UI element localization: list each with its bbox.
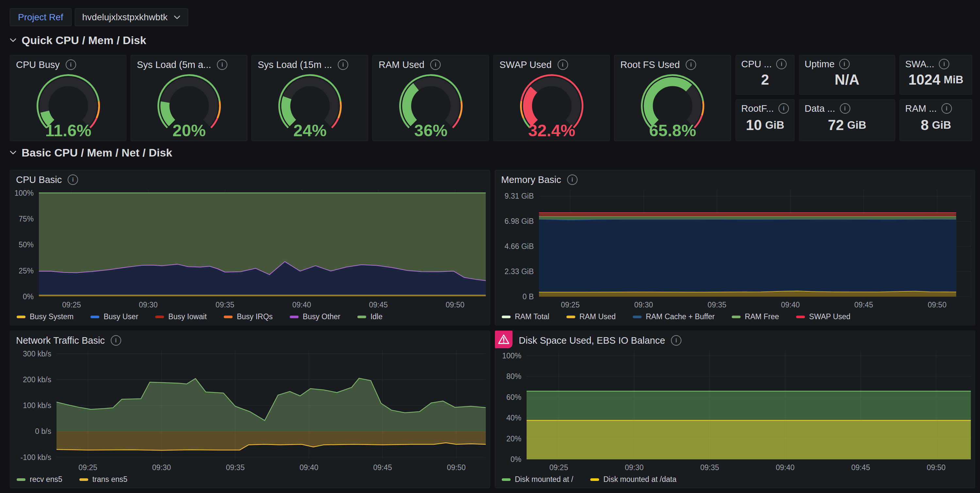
stat-value-unit: GiB (932, 119, 951, 131)
chart-panel-cpu: CPU Basici0%25%50%75%100%09:2509:3009:35… (10, 170, 490, 325)
info-icon[interactable]: i (778, 103, 789, 114)
info-icon[interactable]: i (567, 175, 578, 185)
info-icon[interactable]: i (671, 335, 681, 346)
legend-item[interactable]: Idle (357, 312, 382, 321)
info-icon[interactable]: i (111, 335, 121, 346)
stat-value-number: 8 (921, 117, 928, 133)
y-tick-label: 200 kb/s (23, 375, 51, 384)
y-tick-label: -100 kb/s (20, 453, 51, 462)
y-tick-label: 0 b/s (35, 427, 51, 436)
legend-label: Busy Iowait (168, 312, 207, 321)
panel-title[interactable]: CPU ... (741, 59, 772, 70)
grafana-dashboard: Project Ref hvdelujxlxstpxkhwbtk Quick C… (0, 0, 980, 493)
project-ref-select[interactable]: hvdelujxlxstpxkhwbtk (75, 8, 188, 26)
section-title: Basic CPU / Mem / Net / Disk (22, 146, 172, 159)
plot-area[interactable] (527, 351, 971, 460)
chart-panel-disk: Disk Space Used, EBS IO Balancei0%20%40%… (495, 331, 975, 488)
legend-color-pill (80, 478, 88, 481)
panel-title[interactable]: SWAP Used (500, 59, 552, 70)
x-tick-label: 09:40 (293, 301, 311, 309)
y-tick-label: 50% (19, 240, 33, 249)
dashboard-variable-controls: Project Ref hvdelujxlxstpxkhwbtk (10, 8, 188, 26)
legend-item[interactable]: RAM Used (566, 312, 616, 321)
stat-value-unit: GiB (847, 119, 866, 131)
info-icon[interactable]: i (939, 59, 949, 69)
legend-color-pill (633, 316, 641, 318)
legend-item[interactable]: Busy System (17, 312, 73, 321)
legend-color-pill (502, 316, 511, 318)
y-tick-label: 0% (23, 293, 33, 301)
legend-color-pill (17, 316, 25, 318)
legend-item[interactable]: trans ens5 (80, 475, 127, 484)
info-icon[interactable]: i (942, 103, 952, 114)
section-header-quick-cpu-mem-disk[interactable]: Quick CPU / Mem / Disk (10, 34, 146, 47)
panel-header: Data ...i (799, 100, 895, 114)
legend-item[interactable]: RAM Cache + Buffer (633, 312, 715, 321)
gauge: 65.8% (614, 72, 730, 139)
y-tick-label: 20% (506, 434, 521, 443)
panel-title[interactable]: RAM Used (379, 59, 424, 70)
x-axis: 09:2509:3009:3509:4009:4509:50 (539, 297, 971, 312)
stat-panel-grid: CPU ...i2UptimeiN/ASWA...i1024MiBRootF..… (736, 55, 972, 141)
info-icon[interactable]: i (430, 59, 441, 70)
panel-title[interactable]: Data ... (805, 103, 835, 114)
section-header-basic-cpu-mem-net-disk[interactable]: Basic CPU / Mem / Net / Disk (10, 146, 172, 159)
info-icon[interactable]: i (217, 59, 228, 70)
panel-title[interactable]: Memory Basic (501, 175, 561, 185)
info-icon[interactable]: i (66, 59, 76, 70)
variable-label-project-ref[interactable]: Project Ref (10, 8, 72, 26)
legend-item[interactable]: Disk mounted at /data (590, 475, 676, 484)
panel-title[interactable]: CPU Basic (16, 175, 62, 185)
info-icon[interactable]: i (338, 59, 348, 70)
panel-header: Memory Basici (495, 170, 975, 186)
x-axis: 09:2509:3009:3509:4009:4509:50 (57, 460, 486, 474)
legend-item[interactable]: Busy IRQs (224, 312, 273, 321)
legend-item[interactable]: SWAP Used (796, 312, 851, 321)
panel-title[interactable]: RAM ... (905, 103, 937, 114)
panel-header: CPU Busyi (10, 55, 126, 72)
panel-title[interactable]: SWA... (905, 59, 934, 70)
legend-item[interactable]: Disk mounted at / (502, 475, 573, 484)
section-title: Quick CPU / Mem / Disk (22, 34, 146, 47)
alert-warning-icon[interactable] (495, 331, 512, 348)
info-icon[interactable]: i (558, 59, 568, 70)
stat-panel: UptimeiN/A (799, 55, 895, 95)
info-icon[interactable]: i (68, 175, 78, 185)
legend-item[interactable]: Busy Iowait (155, 312, 207, 321)
plot-area[interactable] (57, 351, 486, 460)
legend-item[interactable]: RAM Total (502, 312, 549, 321)
y-tick-label: 40% (506, 413, 521, 422)
legend-item[interactable]: Busy Other (290, 312, 340, 321)
gauge: 11.6% (10, 72, 126, 139)
chart-panel-net: Network Traffic Basici-100 kb/s0 b/s100 … (10, 331, 490, 488)
gauge-panel: SWAP Usedi32.4% (493, 55, 610, 141)
y-axis: 0 B2.33 GiB4.66 GiB6.98 GiB9.31 GiB (497, 190, 539, 297)
stat-value: 2 (736, 70, 794, 94)
y-tick-label: 9.31 GiB (505, 192, 534, 200)
panel-title[interactable]: Root FS Used (620, 59, 680, 70)
legend-label: RAM Cache + Buffer (646, 312, 715, 321)
panel-title[interactable]: Sys Load (15m ... (258, 59, 332, 70)
legend-item[interactable]: recv ens5 (17, 475, 62, 484)
legend-color-pill (502, 478, 511, 481)
panel-title[interactable]: Sys Load (5m a... (137, 59, 211, 70)
panel-title[interactable]: Network Traffic Basic (16, 335, 105, 346)
panel-title[interactable]: Uptime (805, 59, 835, 70)
legend-item[interactable]: Busy User (91, 312, 138, 321)
info-icon[interactable]: i (839, 59, 850, 69)
panel-title[interactable]: Disk Space Used, EBS IO Balance (519, 335, 665, 346)
plot-area[interactable] (39, 190, 486, 297)
panel-header: RAM ...i (900, 100, 972, 114)
chart-body: -100 kb/s0 b/s100 kb/s200 kb/s300 kb/s (10, 347, 490, 460)
info-icon[interactable]: i (840, 103, 850, 114)
plot-area[interactable] (539, 190, 971, 297)
legend-item[interactable]: RAM Free (732, 312, 779, 321)
panel-header: SWA...i (900, 55, 972, 70)
panel-title[interactable]: RootF... (741, 103, 774, 114)
legend-color-pill (357, 316, 366, 318)
info-icon[interactable]: i (686, 59, 696, 70)
stat-value-number: 1024 (908, 72, 940, 88)
x-tick-label: 09:25 (561, 301, 580, 309)
info-icon[interactable]: i (776, 59, 787, 69)
panel-title[interactable]: CPU Busy (16, 59, 60, 70)
